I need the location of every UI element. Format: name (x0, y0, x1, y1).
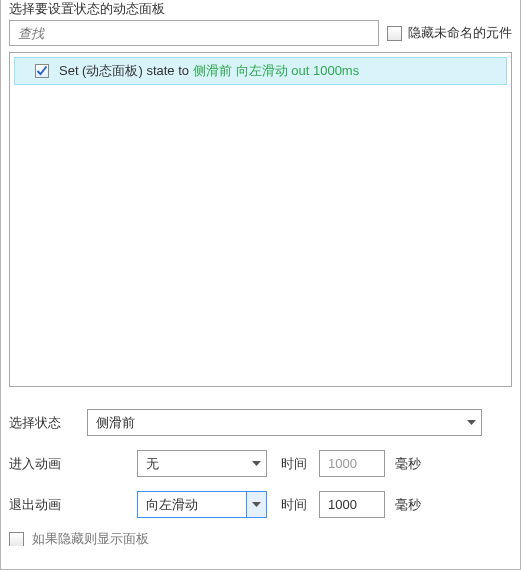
checkbox-checked-icon[interactable] (35, 64, 49, 78)
state-combobox[interactable]: 侧滑前 (87, 409, 482, 436)
state-label: 选择状态 (9, 414, 87, 432)
exit-label: 退出动画 (9, 496, 137, 514)
search-row: 隐藏未命名的元件 (9, 20, 512, 46)
footer-toggle[interactable]: 如果隐藏则显示面板 (9, 532, 512, 546)
list-item[interactable]: Set (动态面板) state to 侧滑前 向左滑动 out 1000ms (14, 57, 507, 85)
checkbox-icon (9, 532, 24, 546)
panel-listbox[interactable]: Set (动态面板) state to 侧滑前 向左滑动 out 1000ms (9, 52, 512, 387)
enter-time-input[interactable]: 1000 (319, 450, 385, 477)
panel-title: 选择要设置状态的动态面板 (9, 0, 512, 16)
footer-label: 如果隐藏则显示面板 (32, 532, 149, 546)
controls-area: 选择状态 侧滑前 进入动画 无 时间 (9, 409, 512, 546)
enter-anim-row: 进入动画 无 时间 1000 毫秒 (9, 450, 512, 477)
enter-unit: 毫秒 (395, 455, 421, 473)
exit-time-input[interactable]: 1000 (319, 491, 385, 518)
config-panel: 选择要设置状态的动态面板 隐藏未命名的元件 Set (动态面板) state t… (0, 0, 521, 570)
exit-time-label: 时间 (281, 496, 319, 514)
chevron-down-icon (252, 500, 262, 510)
chevron-down-icon (466, 418, 476, 428)
exit-value: 向左滑动 (146, 496, 198, 514)
enter-label: 进入动画 (9, 455, 137, 473)
state-row: 选择状态 侧滑前 (9, 409, 512, 436)
hide-unnamed-toggle[interactable]: 隐藏未命名的元件 (387, 24, 512, 42)
state-value: 侧滑前 (96, 414, 135, 432)
enter-value: 无 (146, 455, 159, 473)
enter-time-label: 时间 (281, 455, 319, 473)
checkbox-icon (387, 26, 402, 41)
enter-anim-combobox[interactable]: 无 (137, 450, 267, 477)
exit-anim-combobox[interactable]: 向左滑动 (137, 491, 267, 518)
exit-unit: 毫秒 (395, 496, 421, 514)
hide-unnamed-label: 隐藏未命名的元件 (408, 24, 512, 42)
chevron-down-icon (251, 459, 261, 469)
exit-anim-row: 退出动画 向左滑动 时间 1000 毫秒 (9, 491, 512, 518)
search-input[interactable] (9, 20, 379, 46)
list-item-text: Set (动态面板) state to 侧滑前 向左滑动 out 1000ms (59, 62, 359, 80)
